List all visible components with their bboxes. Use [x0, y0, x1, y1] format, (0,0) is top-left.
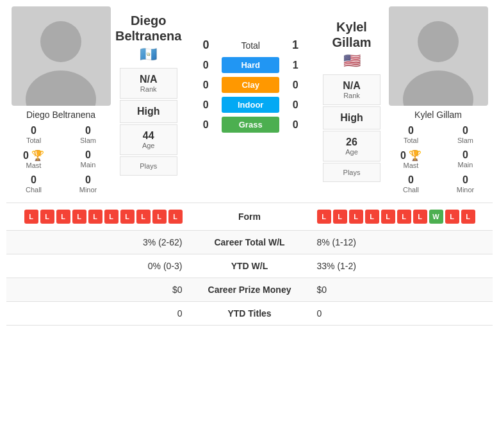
player2-main-cell: 0 Main [438, 147, 493, 172]
titles-center: YTD Titles [192, 308, 307, 319]
titles-right: 0 [307, 308, 484, 319]
form-row: LLLLLLLLLL Form LLLLLLLWLL [6, 203, 493, 231]
player1-rank-label: Rank [123, 85, 174, 93]
career-left: 3% (2-62) [16, 237, 192, 247]
player1-age-label: Age [123, 142, 174, 149]
form-badge-right: L [333, 210, 347, 224]
player1-mast-cell: 0 🏆 Mast [6, 147, 61, 172]
career-center: Career Total W/L [192, 237, 307, 247]
player1-center-name: Diego Beltranena [115, 13, 181, 44]
player1-chall-cell: 0 Chall [6, 172, 61, 196]
player2-high-value: High [340, 112, 363, 123]
hard-score-left: 0 [196, 60, 215, 71]
grass-score-right: 0 [286, 119, 305, 131]
form-badge-right: L [381, 210, 395, 224]
form-badges-left: LLLLLLLLLL [16, 210, 183, 224]
ytd-left: 0% (0-3) [16, 261, 192, 271]
form-badge-left: L [88, 210, 102, 224]
player1-stats: 0 Total 0 Slam 0 🏆 Mast 0 Main [6, 122, 115, 196]
indoor-score-left: 0 [196, 99, 215, 111]
player1-avatar [12, 6, 111, 106]
form-badge-left: L [56, 210, 70, 224]
player2-plays-label: Plays [326, 169, 377, 176]
player2-chall-label: Chall [385, 186, 437, 194]
indoor-row: 0 Indoor 0 [181, 97, 320, 113]
player1-plays-box: Plays [120, 156, 177, 176]
prize-row: $0 Career Prize Money $0 [6, 278, 493, 302]
hard-badge: Hard [222, 57, 279, 73]
player1-chall-label: Chall [8, 186, 60, 194]
player1-age-box: 44 Age [120, 124, 177, 155]
player2-trophy-icon: 🏆 [409, 149, 421, 162]
grass-score-left: 0 [196, 119, 215, 131]
player1-name: Diego Beltranena [26, 110, 95, 120]
clay-score-left: 0 [196, 79, 215, 91]
form-badge-right: L [397, 210, 411, 224]
prize-left: $0 [16, 285, 192, 295]
form-badge-right: L [349, 210, 363, 224]
player2-total-value: 0 [385, 125, 437, 137]
form-badge-left: L [168, 210, 183, 224]
player1-chall-value: 0 [8, 174, 60, 186]
player2-slam-value: 0 [439, 125, 491, 137]
form-badge-left: L [152, 210, 167, 224]
form-badge-left: L [72, 210, 86, 224]
player2-center-name: Kylel Gillam [320, 13, 384, 50]
player1-total-label: Total [8, 137, 60, 144]
player1-plays-label: Plays [123, 162, 174, 170]
career-row: 3% (2-62) Career Total W/L 8% (1-12) [6, 231, 493, 254]
svg-point-0 [40, 21, 81, 62]
player1-total-value: 0 [8, 125, 60, 137]
player2-plays-box: Plays [323, 163, 380, 182]
player1-card: Diego Beltranena 0 Total 0 Slam 0 🏆 Mast [6, 6, 115, 196]
player2-slam-label: Slam [439, 137, 491, 144]
form-badge-left: L [40, 210, 54, 224]
top-section: Diego Beltranena 0 Total 0 Slam 0 🏆 Mast [6, 6, 493, 196]
form-badge-left: L [120, 210, 135, 224]
form-badge-right: L [317, 210, 331, 224]
player2-main-label: Main [439, 161, 491, 169]
player1-slam-label: Slam [62, 137, 114, 144]
total-score-right: 1 [286, 38, 305, 52]
player2-name: Kylel Gillam [414, 110, 462, 120]
form-center-label: Form [192, 212, 307, 222]
player2-rank-value: N/A [326, 80, 377, 92]
player1-minor-label: Minor [62, 186, 114, 194]
player1-mast-value: 0 [23, 150, 29, 162]
player2-mast-value: 0 [400, 150, 406, 162]
player2-stats: 0 Total 0 Slam 0 🏆 Mast 0 Main [384, 122, 493, 196]
player1-mast-label: Mast [8, 162, 60, 169]
player1-rank-box: N/A Rank [120, 68, 177, 99]
form-badge-left: L [24, 210, 38, 224]
player1-slam-cell: 0 Slam [61, 122, 115, 147]
player2-chall-value: 0 [385, 174, 437, 186]
form-badge-left: L [104, 210, 119, 224]
player1-flag: 🇬🇹 [140, 46, 157, 63]
player2-age-label: Age [326, 148, 377, 156]
grass-row: 0 Grass 0 [181, 117, 320, 133]
player2-age-box: 26 Age [323, 131, 380, 162]
player2-total-label: Total [385, 137, 437, 144]
player1-trophy-icon: 🏆 [31, 149, 44, 162]
player2-minor-label: Minor [439, 186, 491, 194]
player2-high-box: High [323, 106, 380, 129]
titles-left: 0 [16, 308, 192, 319]
svg-point-2 [418, 21, 459, 62]
form-badges-right: LLLLLLLWLL [317, 210, 484, 224]
form-right-cell: LLLLLLLWLL [307, 210, 484, 224]
form-left-cell: LLLLLLLLLL [16, 210, 192, 224]
form-badge-right: W [429, 210, 443, 224]
player1-slam-value: 0 [62, 125, 114, 137]
bottom-section: LLLLLLLLLL Form LLLLLLLWLL 3% (2-62) Car… [6, 203, 493, 326]
ytd-center: YTD W/L [192, 261, 307, 271]
player1-total-cell: 0 Total [6, 122, 61, 147]
player2-chall-cell: 0 Chall [384, 172, 438, 196]
hard-score-right: 1 [286, 60, 305, 71]
player2-minor-value: 0 [439, 174, 491, 186]
clay-row: 0 Clay 0 [181, 77, 320, 93]
center-info-left: Diego Beltranena 🇬🇹 N/A Rank High 44 Age… [115, 6, 181, 177]
player1-minor-value: 0 [62, 174, 114, 186]
player1-high-value: High [137, 106, 160, 117]
form-badge-right: L [413, 210, 427, 224]
form-badge-right: L [461, 210, 475, 224]
